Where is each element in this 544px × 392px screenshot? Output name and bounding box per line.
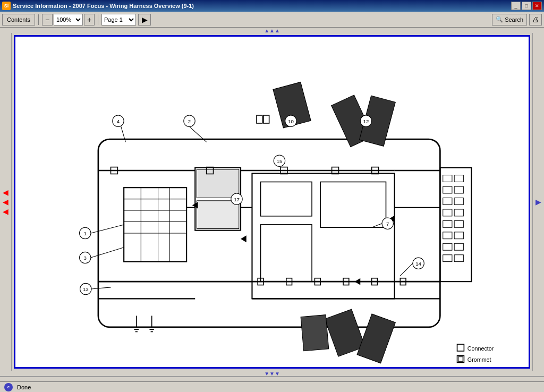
maximize-button[interactable]: □ (522, 2, 531, 10)
svg-text:12: 12 (363, 118, 369, 124)
svg-text:Connector: Connector (468, 345, 494, 352)
svg-text:10: 10 (288, 118, 294, 124)
svg-rect-12 (197, 201, 239, 229)
document-frame: Connector Grommet 1 2 3 4 (14, 35, 530, 369)
left-arrow-1[interactable]: ◀ (3, 189, 8, 196)
right-arrow[interactable]: ▶ (536, 198, 541, 206)
next-page-button[interactable]: ▶ (138, 14, 151, 25)
svg-rect-61 (301, 315, 329, 351)
nav-tabs-bottom: ▼▼▼ (0, 371, 544, 376)
close-button[interactable]: ✕ (532, 2, 542, 10)
wiring-diagram: Connector Grommet 1 2 3 4 (15, 37, 529, 367)
zoom-minus-button[interactable]: − (42, 14, 53, 25)
status-text: Done (17, 384, 31, 390)
left-arrow-3[interactable]: ◀ (3, 208, 8, 215)
zoom-select[interactable]: 100% 75% 125% 150% (54, 14, 83, 25)
minimize-button[interactable]: _ (511, 2, 521, 10)
title-bar: SI Service Information - 2007 Focus - Wi… (0, 0, 544, 12)
top-nav-triangles: ▲▲▲ (264, 28, 280, 33)
bottom-nav-triangles: ▼▼▼ (264, 371, 280, 377)
right-sidebar: ▶ (532, 33, 544, 371)
toolbar-divider-1 (38, 14, 39, 25)
document-area: Connector Grommet 1 2 3 4 (12, 33, 532, 371)
printer-icon: 🖨 (532, 16, 539, 23)
toolbar-right: 🔍 Search 🖨 (492, 14, 542, 25)
print-button[interactable]: 🖨 (529, 14, 542, 25)
search-button[interactable]: 🔍 Search (492, 14, 527, 25)
svg-rect-11 (197, 169, 239, 198)
svg-text:17: 17 (234, 197, 240, 202)
contents-button[interactable]: Contents (2, 14, 35, 25)
search-icon: 🔍 (496, 16, 503, 23)
toolbar-divider-2 (98, 14, 98, 25)
svg-text:15: 15 (277, 158, 283, 164)
scrollbar-area (0, 376, 544, 381)
toolbar: Contents − 100% 75% 125% 150% + Page 1 P… (0, 12, 544, 28)
svg-text:13: 13 (83, 286, 89, 292)
left-sidebar: ◀ ◀ ◀ (0, 33, 12, 371)
zoom-controls: − 100% 75% 125% 150% + (42, 14, 95, 25)
svg-text:2: 2 (188, 118, 191, 124)
window-controls[interactable]: _ □ ✕ (511, 2, 542, 10)
title-bar-left: SI Service Information - 2007 Focus - Wi… (2, 2, 194, 10)
svg-text:4: 4 (117, 118, 120, 124)
left-arrow-2[interactable]: ◀ (3, 198, 8, 206)
page-select[interactable]: Page 1 Page 2 (101, 14, 136, 25)
window-title: Service Information - 2007 Focus - Wirin… (13, 3, 194, 9)
app-icon: SI (2, 2, 11, 10)
main-area: ◀ ◀ ◀ (0, 33, 544, 371)
svg-text:14: 14 (415, 261, 421, 267)
svg-text:7: 7 (386, 221, 389, 227)
svg-text:1: 1 (84, 231, 87, 236)
zoom-plus-button[interactable]: + (84, 14, 95, 25)
status-bar: e Done (0, 381, 544, 392)
svg-text:3: 3 (84, 255, 87, 261)
nav-tabs-top: ▲▲▲ (0, 28, 544, 33)
status-icon: e (4, 383, 13, 391)
search-label: Search (505, 16, 523, 23)
svg-text:Grommet: Grommet (468, 356, 491, 363)
